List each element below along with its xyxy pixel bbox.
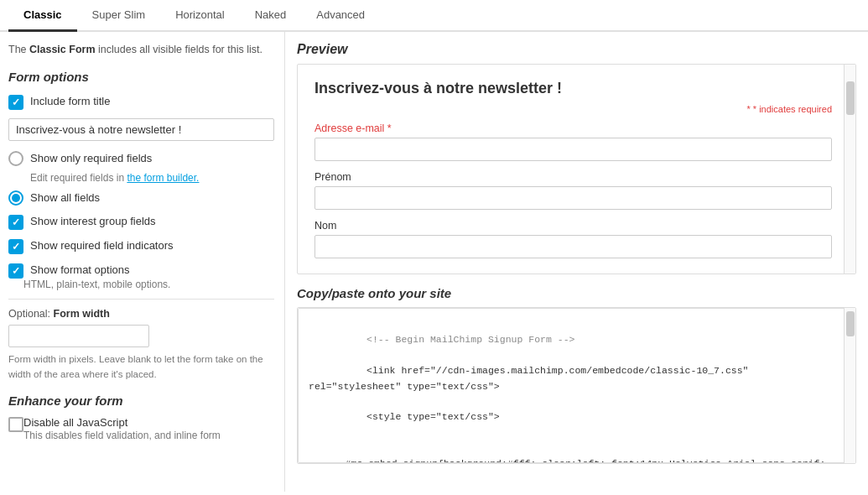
form-options-title: Form options [8,70,274,84]
disable-js-row: Disable all JavaScript This disables fie… [8,416,274,441]
form-width-bold: Form width [54,308,110,320]
radio-inner-dot [12,194,20,202]
show-all-fields-row: Show all fields [8,190,274,206]
classic-form-bold: Classic Form [29,44,96,55]
code-scrollbar[interactable] [844,308,855,463]
show-format-row: Show format options HTML, plain-text, mo… [8,263,274,290]
show-format-label: Show format options [30,263,130,276]
edit-required-text: Edit required fields in [30,172,127,184]
form-width-input[interactable] [8,325,149,347]
include-form-title-row: Include form title [8,94,274,110]
tab-naked[interactable]: Naked [240,0,302,32]
code-container: <!-- Begin MailChimp Signup Form --> <li… [297,307,856,464]
tab-horizontal[interactable]: Horizontal [160,0,240,32]
show-interest-row: Show interest group fields [8,214,274,230]
intro-rest: includes all visible fields for this lis… [98,44,262,55]
optional-text: Optional: [8,308,54,320]
preview-scroll-thumb [846,81,855,115]
tab-bar: Classic Super Slim Horizontal Naked Adva… [0,0,868,32]
left-panel: The Classic Form includes all visible fi… [0,32,285,492]
enhance-title: Enhance your form [8,393,274,408]
field-email-input[interactable] [314,138,832,161]
show-indicators-checkbox[interactable] [8,239,23,254]
field-prenom-label: Prénom [314,171,832,183]
show-format-sublabel: HTML, plain-text, mobile options. [23,279,170,290]
copy-paste-section: Copy/paste onto your site <!-- Begin Mai… [297,286,856,464]
disable-js-checkbox[interactable] [8,417,23,432]
include-form-title-checkbox[interactable] [8,95,23,110]
disable-js-text-wrap: Disable all JavaScript This disables fie… [23,416,221,441]
show-format-checkbox[interactable] [8,263,23,279]
form-title-input[interactable] [8,118,274,141]
show-indicators-label: Show required field indicators [30,238,174,253]
field-nom-input[interactable] [314,235,832,258]
copy-paste-title: Copy/paste onto your site [297,286,856,300]
form-width-help: Form width in pixels. Leave blank to let… [8,352,274,382]
disable-js-sublabel: This disables field validation, and inli… [23,430,221,441]
right-panel: Preview Inscrivez-vous à notre newslette… [285,32,868,492]
preview-box: Inscrivez-vous à notre newsletter ! * * … [297,64,856,274]
required-note-text: * indicates required [753,104,832,114]
show-required-sublabel: Edit required fields in the form builder… [8,171,274,184]
show-required-radio[interactable] [8,151,23,166]
required-note: * * indicates required [314,104,832,114]
field-email-label: Adresse e-mail * [314,122,832,134]
include-form-title-label: Include form title [30,94,110,109]
field-email-text: Adresse e-mail [314,122,384,134]
field-nom-label: Nom [314,220,832,232]
code-line-1: <!-- Begin MailChimp Signup Form --> [366,334,574,345]
required-asterisk-email: * [387,122,392,134]
code-line-4: #mc_embed_signup{background:#fff; clear:… [309,456,836,463]
show-all-fields-label: Show all fields [30,190,100,206]
show-interest-label: Show interest group fields [30,214,156,229]
field-prenom-input[interactable] [314,186,832,210]
preview-form-title: Inscrivez-vous à notre newsletter ! [314,80,832,97]
optional-label: Optional: Form width [8,308,274,320]
intro-text: The Classic Form includes all visible fi… [8,42,274,58]
show-all-fields-radio[interactable] [8,190,23,206]
preview-section: Preview Inscrivez-vous à notre newslette… [297,42,856,274]
tab-classic[interactable]: Classic [8,0,77,32]
disable-js-label: Disable all JavaScript [23,416,127,429]
code-scroll-thumb [846,311,855,336]
preview-title: Preview [297,42,856,57]
asterisk-icon: * [746,104,752,114]
code-box[interactable]: <!-- Begin MailChimp Signup Form --> <li… [298,308,855,463]
show-indicators-row: Show required field indicators [8,238,274,254]
divider-1 [8,299,274,300]
tab-advanced[interactable]: Advanced [301,0,380,32]
code-line-2: <link href="//cdn-images.mailchimp.com/e… [309,365,754,391]
show-format-text-wrap: Show format options HTML, plain-text, mo… [23,263,170,290]
show-required-label: Show only required fields [30,151,152,166]
code-line-3: <style type="text/css"> [366,411,500,422]
show-required-row: Show only required fields [8,151,274,166]
form-builder-link[interactable]: the form builder. [127,172,199,184]
preview-scrollbar[interactable] [844,65,855,274]
main-content: The Classic Form includes all visible fi… [0,32,868,492]
tab-super-slim[interactable]: Super Slim [77,0,161,32]
show-interest-checkbox[interactable] [8,215,23,230]
